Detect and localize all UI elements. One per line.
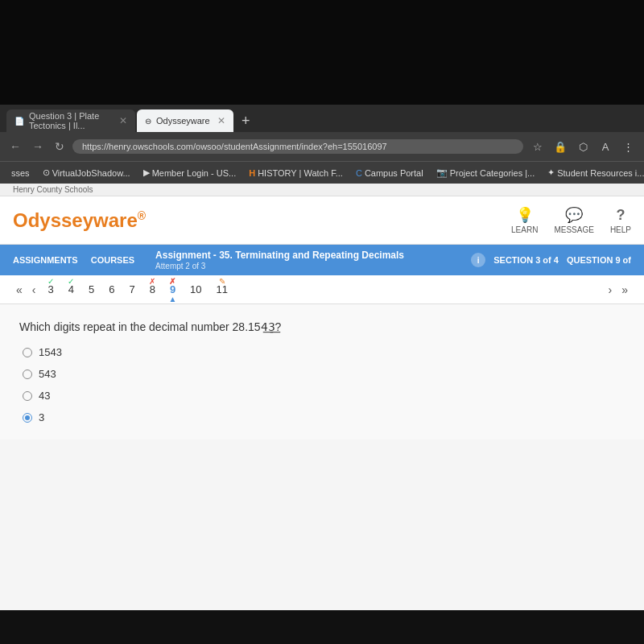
refresh-button[interactable]: ↻ xyxy=(52,138,68,155)
assignment-bar: ASSIGNMENTS COURSES Assignment - 35. Ter… xyxy=(0,245,644,275)
nav-prev-button[interactable]: ‹ xyxy=(29,282,39,298)
check-mark-3: ✓ xyxy=(47,277,54,286)
odysseyware-logo: Odysseyware® xyxy=(13,209,146,232)
current-arrow: ▲ xyxy=(169,295,177,303)
tab-1[interactable]: 📄 Question 3 | Plate Tectonics | Il... ✕ xyxy=(6,109,135,132)
section-badge: SECTION 3 of 4 xyxy=(493,255,559,265)
star-button[interactable]: ☆ xyxy=(528,137,547,156)
nav-learn[interactable]: 💡 LEARN xyxy=(511,206,538,234)
answer-option-4[interactable]: 3 xyxy=(23,411,625,423)
info-icon[interactable]: i xyxy=(471,253,485,267)
bookmark-history[interactable]: H HISTORY | Watch F... xyxy=(244,167,348,180)
bezel-bottom xyxy=(0,610,644,642)
radio-2[interactable] xyxy=(23,369,32,379)
url-text: https://henry.owschools.com/owsoo/studen… xyxy=(82,142,387,151)
help-icon: ? xyxy=(616,207,625,224)
school-label: Henry County Schools xyxy=(0,184,644,196)
tab-1-close[interactable]: ✕ xyxy=(119,115,127,126)
learn-label: LEARN xyxy=(511,225,538,234)
bookmark-ml-label: Member Login - US... xyxy=(152,168,237,178)
tab-2-label: Odysseyware xyxy=(156,116,210,126)
tab-2-close[interactable]: ✕ xyxy=(217,115,225,126)
nav-last-button[interactable]: » xyxy=(618,282,631,298)
nav-help[interactable]: ? HELP xyxy=(610,207,631,234)
assignment-prefix: Assignment xyxy=(155,250,211,261)
x-mark-9: ✗ xyxy=(169,277,175,286)
assignments-link[interactable]: ASSIGNMENTS xyxy=(13,255,78,265)
forward-button[interactable]: → xyxy=(29,138,47,155)
q-num-7[interactable]: 7 xyxy=(123,280,140,299)
nav-icons: 💡 LEARN 💬 MESSAGE ? HELP xyxy=(511,206,631,234)
answer-option-1[interactable]: 1543 xyxy=(23,346,625,358)
q-num-9[interactable]: ✗ 9 ▲ xyxy=(164,280,181,299)
url-box[interactable]: https://henry.owschools.com/owsoo/studen… xyxy=(72,139,523,154)
bookmark-sr-icon: ✦ xyxy=(547,167,555,178)
webpage: Henry County Schools Odysseyware® 💡 LEAR… xyxy=(0,184,644,610)
bookmark-vjs-icon: ⊙ xyxy=(43,167,50,178)
extension-btn-2[interactable]: ⬡ xyxy=(573,137,592,156)
new-tab-button[interactable]: + xyxy=(235,109,257,132)
tab-2-icon: ⊖ xyxy=(145,117,151,126)
bookmark-virtualjobshadow[interactable]: ⊙ VirtualJobShadow... xyxy=(38,166,135,180)
radio-1[interactable] xyxy=(23,348,32,357)
bezel-top xyxy=(0,0,644,105)
x-mark-8: ✗ xyxy=(149,277,155,286)
assignment-name: - 35. Terminating and Repeating Decimals xyxy=(213,250,404,261)
courses-link[interactable]: COURSES xyxy=(91,255,134,265)
assignment-nav: ASSIGNMENTS COURSES xyxy=(13,255,134,265)
question-text: Which digits repeat in the decimal numbe… xyxy=(19,320,625,333)
message-icon: 💬 xyxy=(565,206,583,224)
bookmark-ml-icon: ▶ xyxy=(143,167,150,178)
question-badge: QUESTION 9 of xyxy=(567,255,631,265)
bookmark-h-label: HISTORY | Watch F... xyxy=(258,168,343,178)
q-num-3[interactable]: ✓ 3 xyxy=(42,280,59,299)
tab-1-icon: 📄 xyxy=(14,117,24,126)
q-num-8[interactable]: ✗ 8 xyxy=(144,280,161,299)
q-num-11[interactable]: ✎ 11 xyxy=(211,280,233,299)
bookmark-student-resources[interactable]: ✦ Student Resources i... xyxy=(543,166,644,180)
answer-label-4: 3 xyxy=(39,411,44,423)
answer-label-2: 543 xyxy=(39,368,56,380)
nav-right-buttons: › » xyxy=(605,282,631,298)
bookmark-vjs-label: VirtualJobShadow... xyxy=(52,168,130,178)
odysseyware-header: Odysseyware® 💡 LEARN 💬 MESSAGE ? HELP xyxy=(0,196,644,245)
extension-btn-3[interactable]: A xyxy=(596,137,615,156)
bookmark-member-login[interactable]: ▶ Member Login - US... xyxy=(138,166,242,180)
bookmark-p-label: Project Categories |... xyxy=(450,168,535,178)
radio-3[interactable] xyxy=(23,391,32,401)
back-button[interactable]: ← xyxy=(6,138,24,155)
menu-button[interactable]: ⋮ xyxy=(618,137,638,156)
bookmark-sses-label: sses xyxy=(11,168,30,178)
bookmarks-bar: sses ⊙ VirtualJobShadow... ▶ Member Logi… xyxy=(0,161,644,184)
assignment-title: Assignment - 35. Terminating and Repeati… xyxy=(155,250,463,270)
bookmark-c-label: Campus Portal xyxy=(365,168,423,178)
q-num-6[interactable]: 6 xyxy=(103,280,120,299)
address-bar: ← → ↻ https://henry.owschools.com/owsoo/… xyxy=(0,132,644,161)
bookmark-sses[interactable]: sses xyxy=(6,167,35,180)
bookmark-campus[interactable]: C Campus Portal xyxy=(351,167,428,180)
learn-icon: 💡 xyxy=(516,206,534,224)
nav-next-button[interactable]: › xyxy=(605,282,616,298)
nav-message[interactable]: 💬 MESSAGE xyxy=(554,206,593,234)
answer-option-3[interactable]: 43 xyxy=(23,390,625,402)
answer-options: 1543 543 43 3 xyxy=(19,346,625,423)
q-num-4[interactable]: ✓ 4 xyxy=(63,280,80,299)
question-navigator: « ‹ ✓ 3 ✓ 4 5 6 7 ✗ 8 ✗ 9 ▲ 10 ✎ 11 › » xyxy=(0,275,644,304)
answer-label-3: 43 xyxy=(39,390,50,402)
bookmark-h-icon: H xyxy=(249,168,255,178)
bookmark-p-icon: 📷 xyxy=(436,167,448,178)
bookmark-project[interactable]: 📷 Project Categories |... xyxy=(431,166,540,180)
tab-2[interactable]: ⊖ Odysseyware ✕ xyxy=(137,109,233,132)
message-label: MESSAGE xyxy=(554,225,593,234)
extension-btn-1[interactable]: 🔒 xyxy=(551,137,570,156)
radio-4[interactable] xyxy=(23,413,32,423)
q-num-10[interactable]: 10 xyxy=(184,280,207,299)
q-num-5[interactable]: 5 xyxy=(83,280,100,299)
answer-option-2[interactable]: 543 xyxy=(23,368,625,380)
bookmark-c-icon: C xyxy=(356,168,362,178)
pencil-mark-11: ✎ xyxy=(219,277,225,286)
question-area: Which digits repeat in the decimal numbe… xyxy=(0,304,644,440)
bookmark-sr-label: Student Resources i... xyxy=(557,168,644,178)
browser-chrome: 📄 Question 3 | Plate Tectonics | Il... ✕… xyxy=(0,105,644,184)
nav-first-button[interactable]: « xyxy=(13,282,26,298)
